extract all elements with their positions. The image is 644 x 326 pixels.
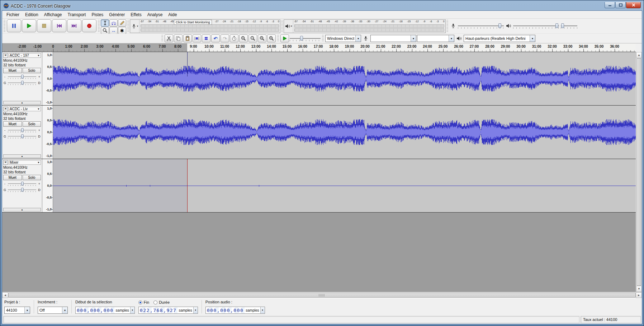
- skip-to-end-button[interactable]: [67, 19, 81, 32]
- snap-select[interactable]: Off ▾: [38, 307, 68, 314]
- skip-to-start-button[interactable]: [52, 19, 66, 32]
- titlebar[interactable]: ACDC - 1978 Concert Glasgow: [2, 2, 642, 10]
- chevron-down-icon[interactable]: ▾: [130, 307, 134, 313]
- play-button[interactable]: [22, 19, 36, 32]
- solo-button[interactable]: Solo: [23, 68, 41, 73]
- track-close-button[interactable]: ✕: [3, 107, 8, 111]
- length-radio-label[interactable]: Durée: [159, 300, 170, 304]
- menu-edition[interactable]: Edition: [22, 11, 41, 18]
- chevron-down-icon[interactable]: ▾: [193, 307, 198, 313]
- gain-slider[interactable]: [7, 74, 37, 79]
- toolbar-grip[interactable]: [98, 20, 100, 32]
- toolbar-grip[interactable]: [322, 35, 324, 42]
- playback-meter-menu[interactable]: ▾: [284, 20, 293, 33]
- undo-button[interactable]: ↶: [211, 34, 220, 42]
- scroll-down-button[interactable]: ▼: [636, 286, 642, 292]
- multi-tool-button[interactable]: ✱: [118, 27, 126, 34]
- menu-analyse[interactable]: Analyse: [145, 11, 166, 18]
- selection-start-field[interactable]: 000,000,000 samples ▾: [75, 307, 135, 314]
- project-rate-select[interactable]: 44100 ▾: [4, 307, 30, 314]
- sync-lock-button[interactable]: [230, 34, 238, 42]
- length-radio[interactable]: [153, 301, 157, 304]
- recording-device-select[interactable]: ▾: [370, 35, 416, 42]
- start-monitoring-button[interactable]: Click to Start Monitoring: [174, 20, 212, 25]
- pan-slider[interactable]: [7, 187, 37, 192]
- horizontal-scrollbar[interactable]: ◄ ►: [2, 292, 642, 298]
- menu-affichage[interactable]: Affichage: [41, 11, 65, 18]
- trim-audio-button[interactable]: [193, 34, 201, 42]
- track-name-menu[interactable]: ACDC - 197 ▼: [9, 53, 41, 58]
- timeshift-tool-button[interactable]: ↔: [109, 27, 118, 34]
- recording-volume-slider[interactable]: [458, 23, 504, 29]
- silence-audio-button[interactable]: [202, 34, 210, 42]
- solo-button[interactable]: Solo: [23, 175, 41, 180]
- scroll-right-button[interactable]: ►: [636, 292, 642, 298]
- mute-button[interactable]: Muet: [3, 68, 22, 73]
- recording-meter-menu[interactable]: ▾: [130, 20, 139, 33]
- track-close-button[interactable]: ✕: [3, 53, 8, 58]
- scroll-left-button[interactable]: ◄: [2, 292, 8, 298]
- selection-tool-button[interactable]: [101, 19, 109, 27]
- playback-meter-body[interactable]: -57-54-51-48-45-42-39-36-33-30-27-24-21-…: [293, 20, 445, 33]
- track-name-menu[interactable]: ACDC - Liv ▼: [9, 107, 41, 111]
- recording-meter-body[interactable]: -57-54-51-48-45-42-39-36-33-30-27-24-21-…: [139, 20, 280, 33]
- selection-start-value[interactable]: 000,000,000: [76, 307, 115, 313]
- fit-project-button[interactable]: [267, 34, 276, 42]
- draw-tool-button[interactable]: [118, 19, 126, 27]
- mute-button[interactable]: Muet: [3, 175, 22, 180]
- vertical-scrollbar[interactable]: ▲ ▼: [636, 52, 642, 292]
- pan-slider[interactable]: [7, 134, 37, 139]
- track-close-button[interactable]: ✕: [3, 160, 8, 165]
- toolbar-grip[interactable]: [277, 35, 279, 42]
- waveform-track-2[interactable]: [53, 106, 636, 159]
- collapse-button[interactable]: ▲: [3, 101, 41, 104]
- menu-effets[interactable]: Effets: [128, 11, 144, 18]
- cut-button[interactable]: [165, 34, 173, 42]
- mute-button[interactable]: Muet: [3, 121, 22, 127]
- waveform-track-3[interactable]: [53, 159, 636, 212]
- amplitude-ruler[interactable]: 1,00,50,0-0,5-1,0: [42, 106, 53, 159]
- toolbar-grip[interactable]: [161, 35, 163, 42]
- extra-slider[interactable]: [561, 23, 577, 29]
- stop-button[interactable]: [37, 19, 51, 32]
- pan-slider[interactable]: [7, 80, 37, 85]
- selection-end-value[interactable]: 022,768,927: [139, 307, 178, 313]
- end-radio-label[interactable]: Fin: [144, 300, 149, 304]
- scroll-up-button[interactable]: ▲: [636, 52, 642, 58]
- minimize-button[interactable]: [605, 2, 615, 8]
- track-name-menu[interactable]: Mixer ▼: [9, 160, 41, 165]
- zoom-out-button[interactable]: [248, 34, 257, 42]
- toolbar-grip[interactable]: [127, 20, 129, 32]
- menu-aide[interactable]: Aide: [165, 11, 180, 18]
- collapse-button[interactable]: ▲: [3, 154, 41, 158]
- timeline-ruler[interactable]: -2:00-1:0001:002:003:004:005:006:007:008…: [2, 43, 636, 52]
- toolbar-grip[interactable]: [281, 20, 283, 32]
- recording-channels-select[interactable]: ▾: [417, 35, 454, 42]
- play-at-speed-button[interactable]: [280, 34, 289, 42]
- toolbar-grip[interactable]: [4, 20, 5, 32]
- gain-slider[interactable]: [7, 128, 37, 132]
- solo-button[interactable]: Solo: [23, 121, 41, 127]
- maximize-button[interactable]: [615, 2, 626, 8]
- playback-speed-slider[interactable]: [290, 35, 321, 42]
- chevron-down-icon[interactable]: ▾: [260, 307, 265, 313]
- close-button[interactable]: [626, 2, 641, 8]
- pause-button[interactable]: [7, 19, 21, 32]
- playback-device-select[interactable]: Haut-parleurs (Realtek High Defini ▾: [464, 35, 535, 42]
- zoom-tool-button[interactable]: [101, 27, 109, 34]
- record-button[interactable]: [82, 19, 96, 32]
- gain-slider[interactable]: [7, 181, 37, 186]
- menu-generer[interactable]: Générer: [106, 11, 128, 18]
- audio-position-field[interactable]: 000,000,000 samples ▾: [205, 307, 265, 314]
- audio-position-value[interactable]: 000,000,000: [206, 307, 245, 313]
- playback-volume-slider[interactable]: [513, 23, 559, 29]
- end-radio[interactable]: [138, 301, 142, 304]
- toolbar-grip[interactable]: [446, 20, 448, 32]
- copy-button[interactable]: [174, 34, 183, 42]
- waveform-track-1[interactable]: [53, 52, 636, 105]
- audio-host-select[interactable]: Windows Direct ▾: [325, 35, 361, 42]
- vertical-scroll-thumb[interactable]: [636, 58, 641, 286]
- zoom-in-button[interactable]: [239, 34, 248, 42]
- redo-button[interactable]: ↷: [221, 34, 229, 42]
- collapse-button[interactable]: ▲: [3, 208, 41, 211]
